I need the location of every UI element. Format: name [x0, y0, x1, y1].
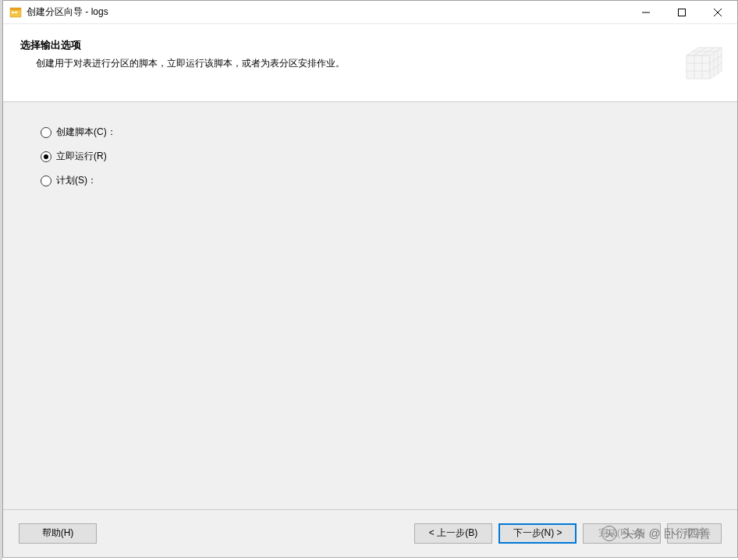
svg-rect-3	[15, 12, 17, 13]
titlebar: 创建分区向导 - logs	[3, 1, 737, 24]
radio-run-now[interactable]: 立即运行(R)	[41, 150, 700, 163]
window-controls	[628, 1, 736, 23]
app-icon	[9, 6, 22, 19]
radio-label: 创建脚本(C)：	[56, 126, 116, 139]
svg-marker-8	[687, 55, 710, 79]
help-button[interactable]: 帮助(H)	[19, 523, 97, 544]
cancel-button[interactable]: 取消	[667, 523, 722, 544]
maximize-button[interactable]	[664, 1, 700, 23]
wizard-header: 选择输出选项 创建用于对表进行分区的脚本，立即运行该脚本，或者为表分区安排作业。	[3, 24, 737, 102]
svg-rect-2	[12, 12, 14, 13]
radio-label: 计划(S)：	[56, 174, 97, 187]
next-button[interactable]: 下一步(N) >	[499, 523, 577, 544]
finish-button[interactable]: 完成(F) >>|	[583, 523, 661, 544]
minimize-button[interactable]	[628, 1, 664, 23]
output-options-group: 创建脚本(C)： 立即运行(R) 计划(S)：	[41, 126, 700, 187]
back-button[interactable]: < 上一步(B)	[414, 523, 492, 544]
svg-rect-5	[679, 9, 686, 16]
radio-label: 立即运行(R)	[56, 150, 107, 163]
radio-icon	[41, 175, 51, 186]
page-subtitle: 创建用于对表进行分区的脚本，立即运行该脚本，或者为表分区安排作业。	[36, 57, 720, 70]
radio-create-script[interactable]: 创建脚本(C)：	[41, 126, 700, 139]
wizard-footer: 帮助(H) < 上一步(B) 下一步(N) > 完成(F) >>| 取消	[3, 509, 737, 556]
header-graphic-icon	[679, 40, 729, 94]
radio-schedule[interactable]: 计划(S)：	[41, 174, 700, 187]
close-button[interactable]	[700, 1, 736, 23]
radio-icon	[41, 151, 51, 162]
radio-icon	[41, 127, 51, 138]
content-area: 创建脚本(C)： 立即运行(R) 计划(S)：	[3, 102, 737, 509]
wizard-window: 创建分区向导 - logs 选择输出选项 创建用于对表进行分区的脚本，立即运行该…	[2, 0, 738, 558]
svg-rect-1	[10, 8, 21, 10]
window-title: 创建分区向导 - logs	[27, 5, 628, 19]
page-title: 选择输出选项	[20, 38, 720, 52]
